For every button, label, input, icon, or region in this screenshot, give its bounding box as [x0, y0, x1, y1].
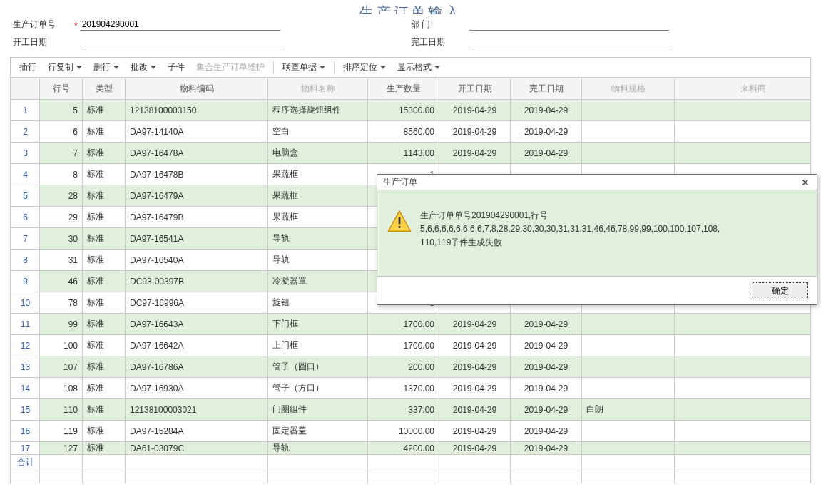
cell-qty[interactable]: 1370.00	[368, 378, 439, 399]
cell-name[interactable]: 旋钮	[268, 292, 368, 314]
cell-end[interactable]: 2019-04-29	[511, 356, 582, 378]
table-row[interactable]: 12100标准DA97-16642A上门框1700.002019-04-2920…	[11, 335, 812, 356]
cell-type[interactable]: 标准	[83, 121, 126, 143]
cell-end[interactable]: 2019-04-29	[511, 314, 582, 335]
table-row[interactable]: 15110标准12138100003021门圈组件337.002019-04-2…	[11, 399, 812, 421]
col-type[interactable]: 类型	[83, 78, 126, 100]
cell-spec[interactable]	[582, 356, 675, 378]
cell-type[interactable]: 标准	[83, 378, 126, 399]
cell-spec[interactable]	[582, 143, 675, 164]
cell-code[interactable]: DA97-16478B	[126, 164, 268, 185]
cell-qty[interactable]: 200.00	[368, 356, 439, 378]
cell-spec[interactable]	[582, 421, 675, 442]
cell-line[interactable]: 119	[40, 421, 83, 442]
cell-name[interactable]: 固定器盖	[268, 421, 368, 442]
cell-code[interactable]: DA97-16642A	[126, 335, 268, 356]
table-row[interactable]: 37标准DA97-16478A电脑盒1143.002019-04-292019-…	[11, 143, 812, 164]
cell-start[interactable]: 2019-04-29	[439, 399, 511, 421]
row-number[interactable]: 12	[11, 335, 40, 356]
cell-type[interactable]: 标准	[83, 314, 126, 335]
cell-line[interactable]: 107	[40, 356, 83, 378]
cell-name[interactable]: 导轨	[268, 442, 368, 455]
cell-type[interactable]: 标准	[83, 228, 126, 250]
cell-type[interactable]: 标准	[83, 399, 126, 421]
sub-button[interactable]: 子件	[162, 59, 190, 76]
cell-end[interactable]: 2019-04-29	[511, 421, 582, 442]
cell-type[interactable]: 标准	[83, 185, 126, 207]
close-icon[interactable]: ✕	[798, 178, 812, 187]
table-row[interactable]: 15标准12138100003150程序选择旋钮组件15300.002019-0…	[11, 100, 812, 121]
cell-qty[interactable]: 15300.00	[368, 100, 439, 121]
cell-end[interactable]: 2019-04-29	[511, 100, 582, 121]
delete-row-button[interactable]: 删行	[88, 59, 125, 76]
cell-line[interactable]: 6	[40, 121, 83, 143]
cell-qty[interactable]: 8560.00	[368, 121, 439, 143]
row-number[interactable]: 1	[11, 100, 40, 121]
cell-supplier[interactable]	[675, 100, 812, 121]
insert-row-button[interactable]: 插行	[14, 59, 42, 76]
cell-supplier[interactable]	[675, 143, 812, 164]
row-number[interactable]: 3	[11, 143, 40, 164]
cell-name[interactable]: 管子（方口）	[268, 378, 368, 399]
cell-type[interactable]: 标准	[83, 100, 126, 121]
cell-spec[interactable]	[582, 335, 675, 356]
cell-start[interactable]: 2019-04-29	[439, 335, 511, 356]
cell-name[interactable]: 果蔬框	[268, 164, 368, 185]
order-no-input[interactable]	[81, 19, 280, 31]
cell-spec[interactable]	[582, 100, 675, 121]
cell-name[interactable]: 导轨	[268, 228, 368, 250]
col-supplier[interactable]: 来料商	[675, 78, 812, 100]
start-date-input[interactable]	[81, 36, 281, 48]
cell-code[interactable]: DC93-00397B	[126, 271, 268, 292]
cell-start[interactable]: 2019-04-29	[439, 378, 511, 399]
cell-type[interactable]: 标准	[83, 143, 126, 164]
cell-code[interactable]: DA97-16930A	[126, 378, 268, 399]
col-name[interactable]: 物料名称	[268, 78, 368, 100]
table-row[interactable]: 13107标准DA97-16786A管子（圆口）200.002019-04-29…	[11, 356, 812, 378]
col-end[interactable]: 完工日期	[511, 78, 582, 100]
row-number[interactable]: 10	[11, 292, 40, 314]
cell-spec[interactable]	[582, 314, 675, 335]
cell-start[interactable]: 2019-04-29	[439, 121, 511, 143]
cell-code[interactable]: DA97-16478A	[126, 143, 268, 164]
cell-name[interactable]: 门圈组件	[268, 399, 368, 421]
cell-end[interactable]: 2019-04-29	[511, 143, 582, 164]
cell-supplier[interactable]	[675, 399, 812, 421]
cell-name[interactable]: 果蔬框	[268, 185, 368, 207]
col-spec[interactable]: 物料规格	[582, 78, 675, 100]
col-line[interactable]: 行号	[40, 78, 83, 100]
cell-name[interactable]: 空白	[268, 121, 368, 143]
cell-name[interactable]: 冷凝器罩	[268, 271, 368, 292]
cell-line[interactable]: 5	[40, 100, 83, 121]
dept-input[interactable]	[469, 19, 669, 31]
row-number[interactable]: 5	[11, 185, 40, 207]
col-code[interactable]: 物料编码	[126, 78, 268, 100]
cell-start[interactable]: 2019-04-29	[439, 442, 511, 455]
table-row[interactable]: 14108标准DA97-16930A管子（方口）1370.002019-04-2…	[11, 378, 812, 399]
cell-supplier[interactable]	[675, 356, 812, 378]
cell-start[interactable]: 2019-04-29	[439, 314, 511, 335]
cell-code[interactable]: DC97-16996A	[126, 292, 268, 314]
row-number[interactable]: 8	[11, 250, 40, 271]
col-start[interactable]: 开工日期	[439, 78, 511, 100]
cell-qty[interactable]: 10000.00	[368, 421, 439, 442]
cell-type[interactable]: 标准	[83, 207, 126, 228]
cell-code[interactable]: DA97-16643A	[126, 314, 268, 335]
cell-qty[interactable]: 1700.00	[368, 335, 439, 356]
cell-spec[interactable]	[582, 378, 675, 399]
cell-start[interactable]: 2019-04-29	[439, 421, 511, 442]
cell-type[interactable]: 标准	[83, 442, 126, 455]
ok-button[interactable]: 确定	[753, 282, 808, 299]
cell-line[interactable]: 28	[40, 185, 83, 207]
cell-start[interactable]: 2019-04-29	[439, 143, 511, 164]
cell-code[interactable]: DA97-16540A	[126, 250, 268, 271]
cell-name[interactable]: 果蔬框	[268, 207, 368, 228]
copy-row-button[interactable]: 行复制	[42, 59, 88, 76]
end-date-input[interactable]	[469, 36, 669, 48]
cell-name[interactable]: 管子（圆口）	[268, 356, 368, 378]
cell-supplier[interactable]	[675, 314, 812, 335]
cell-qty[interactable]: 1143.00	[368, 143, 439, 164]
link-button[interactable]: 联查单据	[277, 59, 331, 76]
cell-type[interactable]: 标准	[83, 164, 126, 185]
batch-button[interactable]: 批改	[125, 59, 162, 76]
